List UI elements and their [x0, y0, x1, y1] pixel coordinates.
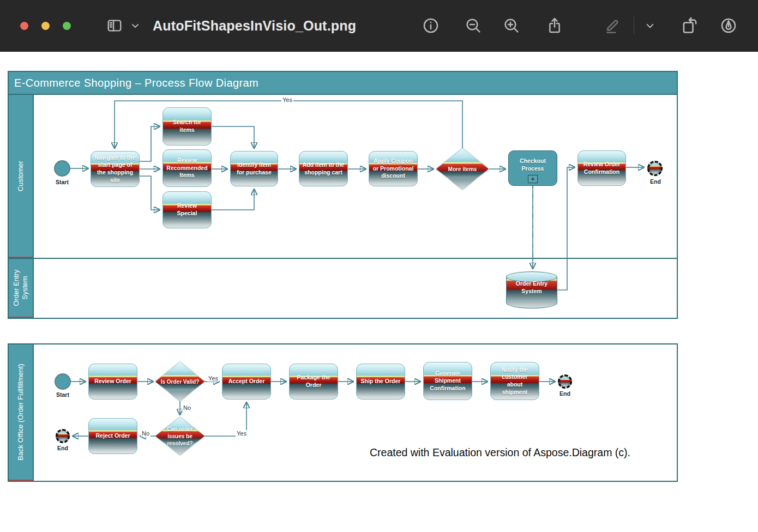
subprocess-plus-icon: + [528, 175, 538, 183]
lane-label-back-office-text: Back Office (Order Fullfillment) [16, 364, 25, 460]
image-viewport: E-Commerce Shopping – Process Flow Diagr… [0, 52, 758, 532]
start-event-2-label: Start [52, 391, 74, 398]
lane-label-customer: Customer [9, 95, 34, 258]
task-identify: Identify Item for purchase [230, 151, 278, 186]
gateway-more-items: More items [436, 148, 489, 190]
share-icon[interactable] [546, 16, 563, 35]
lane-label-order-entry-text: Order Entry System [12, 264, 30, 311]
zoom-in-icon[interactable] [503, 17, 520, 34]
end-event-2-label: End [556, 390, 574, 397]
task-review-order: Review Order [88, 364, 137, 400]
edge-label-valid-yes: Yes [207, 375, 219, 382]
task-review-recommended: Review Recommended Items [163, 149, 212, 187]
start-event-label: Start [51, 179, 73, 185]
end-event [647, 161, 663, 176]
task-review-order-confirmation: Review Order Confirmation [577, 150, 626, 186]
info-icon[interactable] [422, 17, 440, 34]
task-notify-customer: Notify the customer about shipment [490, 362, 539, 400]
close-button[interactable] [20, 22, 28, 30]
edge-label-valid-no: No [182, 404, 192, 411]
edge-label-loop-yes: Yes [281, 96, 293, 103]
end-event-3 [56, 429, 70, 443]
task-review-special: Review Special [163, 191, 212, 228]
start-event-2 [55, 373, 71, 390]
zoom-out-icon[interactable] [465, 17, 482, 34]
end-event-2 [558, 374, 572, 389]
markup-pencil-icon[interactable] [603, 16, 621, 35]
gateway-is-order-valid: Is Order Valid? [155, 362, 204, 401]
task-add-item: Add item to the shopping cart [299, 151, 348, 186]
task-search: Search for items [163, 107, 212, 146]
minimize-button[interactable] [41, 22, 50, 30]
task-reject-order: Reject Order [88, 418, 137, 454]
window-title: AutoFitShapesInVisio_Out.png [153, 18, 356, 34]
task-checkout-subprocess: Checkout Process + [508, 150, 557, 186]
lane-separator [9, 258, 677, 259]
evaluation-watermark: Created with Evaluation version of Aspos… [370, 446, 630, 459]
lane-label-order-entry: Order Entry System [9, 259, 34, 318]
task-apply-coupon: Apply Coupon or Promotional discount [369, 151, 418, 186]
annotate-pen-icon[interactable] [720, 17, 737, 34]
window-titlebar: AutoFitShapesInVisio_Out.png [0, 0, 758, 52]
task-generate-confirmation: Generate Shipment Confirmation [423, 362, 472, 400]
diagram-title: E-Commerce Shopping – Process Flow Diagr… [14, 77, 258, 89]
datastore-order-entry: Order Entry System [506, 271, 557, 309]
end-event-label: End [646, 178, 665, 185]
edge-label-resolve-no: No [141, 430, 151, 437]
screenshot: AutoFitShapesInVisio_Out.png [0, 0, 758, 532]
edge-label-resolve-yes: Yes [236, 430, 248, 437]
window-controls [20, 0, 71, 52]
lane-label-customer-text: Customer [16, 160, 25, 191]
zoom-window-button[interactable] [63, 22, 71, 30]
end-event-3-label: End [53, 445, 72, 451]
task-navigate: Navigate to the start page of the shoppi… [91, 151, 140, 187]
toolbar-separator [634, 16, 634, 34]
sidebar-icon[interactable] [105, 17, 124, 34]
start-event [54, 160, 70, 177]
chevron-down-icon[interactable] [131, 23, 139, 28]
markup-chevron-down-icon[interactable] [646, 23, 654, 29]
diagram-title-band: E-Commerce Shopping – Process Flow Diagr… [9, 72, 677, 95]
rotate-icon[interactable] [680, 16, 700, 35]
gateway-can-resolve: Can order issues be resolved? [155, 417, 204, 455]
task-ship-order: Ship the Order [356, 364, 405, 400]
task-package-order: Package the Order [289, 364, 338, 400]
pool-ecommerce: E-Commerce Shopping – Process Flow Diagr… [8, 71, 678, 319]
task-accept-order: Accept Order [222, 364, 271, 400]
lane-label-back-office: Back Office (Order Fullfillment) [9, 344, 34, 481]
